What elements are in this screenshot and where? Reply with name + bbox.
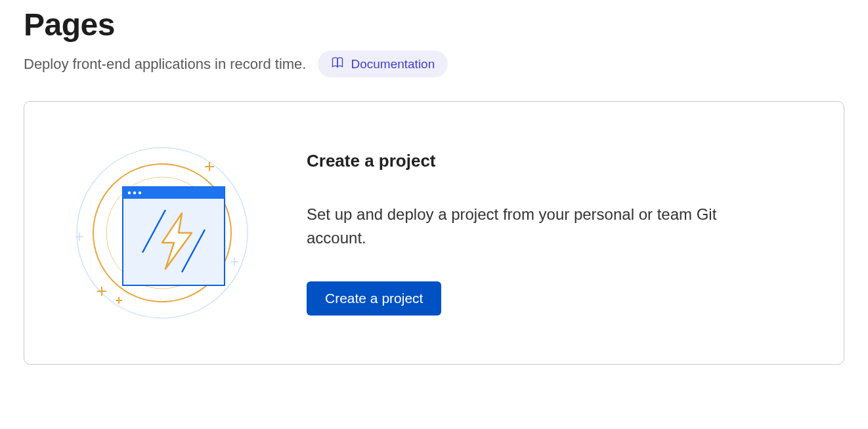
page-title: Pages [24, 7, 844, 43]
subtitle-row: Deploy front-end applications in record … [24, 51, 844, 77]
documentation-link[interactable]: Documentation [318, 51, 448, 77]
documentation-link-label: Documentation [351, 57, 435, 72]
create-project-button[interactable]: Create a project [307, 281, 441, 316]
create-project-illustration [57, 141, 267, 325]
book-icon [331, 56, 344, 72]
card-title: Create a project [307, 151, 811, 171]
svg-rect-4 [123, 187, 225, 199]
page-subtitle: Deploy front-end applications in record … [24, 56, 306, 73]
svg-point-6 [133, 192, 136, 194]
card-content: Create a project Set up and deploy a pro… [307, 151, 811, 316]
svg-point-7 [139, 192, 141, 194]
svg-point-5 [128, 192, 131, 194]
card-description: Set up and deploy a project from your pe… [307, 203, 779, 250]
create-project-card: Create a project Set up and deploy a pro… [24, 101, 844, 365]
